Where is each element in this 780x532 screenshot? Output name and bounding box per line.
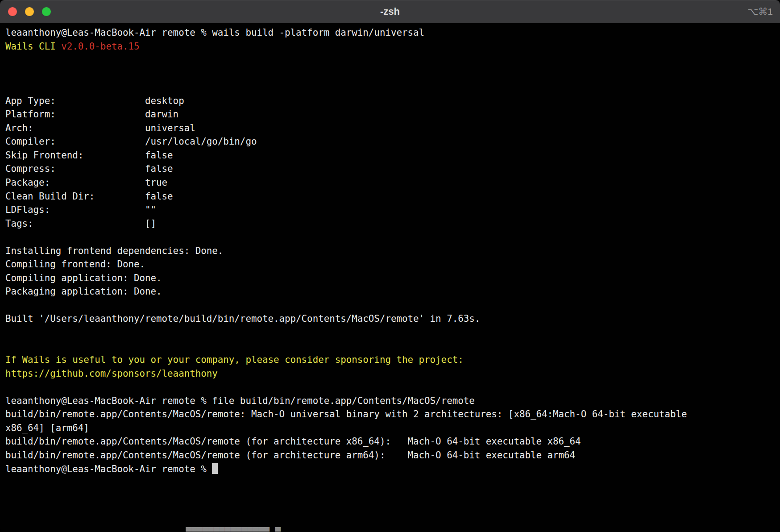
minimize-button[interactable] xyxy=(25,7,34,16)
terminal-line xyxy=(5,80,775,94)
window-shortcut-hint: ⌥⌘1 xyxy=(747,0,773,23)
terminal-line: Packaging application: Done. xyxy=(5,285,775,299)
terminal-line: Skip Frontend: false xyxy=(5,149,775,162)
terminal-line: Compress: false xyxy=(5,162,775,176)
terminal-line: leaanthony@Leas-MacBook-Air remote % xyxy=(5,462,775,476)
terminal-line xyxy=(5,340,775,353)
terminal-line: Compiling frontend: Done. xyxy=(5,258,775,271)
title-bar[interactable]: -zsh ⌥⌘1 xyxy=(0,0,780,24)
terminal-line: LDFlags: "" xyxy=(5,203,775,217)
terminal-text-segment: https://github.com/sponsors/leaanthony xyxy=(5,368,218,379)
terminal-line xyxy=(5,230,775,244)
terminal-text-segment: leaanthony@Leas-MacBook-Air remote % fil… xyxy=(5,395,475,406)
clipped-line-artifact: ▀▀▀▀▀▀▀▀▀▀▀▀▀▀▀ ▀ xyxy=(186,527,780,532)
terminal-text-segment: Arch: universal xyxy=(5,123,195,133)
terminal-line xyxy=(5,326,775,340)
terminal-line: build/bin/remote.app/Contents/MacOS/remo… xyxy=(5,435,775,449)
terminal-text-segment: Tags: [] xyxy=(5,218,156,229)
terminal-line: build/bin/remote.app/Contents/MacOS/remo… xyxy=(5,407,775,421)
terminal-line: Built '/Users/leaanthony/remote/build/bi… xyxy=(5,312,775,326)
terminal-text-segment: Compiler: /usr/local/go/bin/go xyxy=(5,136,257,147)
terminal-line: Tags: [] xyxy=(5,217,775,231)
zoom-button[interactable] xyxy=(42,7,51,16)
terminal-line xyxy=(5,380,775,394)
terminal-text-segment: leaanthony@Leas-MacBook-Air remote % wai… xyxy=(5,27,424,38)
terminal-text-segment: Compiling frontend: Done. xyxy=(5,259,145,270)
terminal-window: -zsh ⌥⌘1 leaanthony@Leas-MacBook-Air rem… xyxy=(0,0,780,532)
terminal-line xyxy=(5,299,775,312)
close-button[interactable] xyxy=(8,7,17,16)
terminal-text-segment: leaanthony@Leas-MacBook-Air remote % xyxy=(5,464,212,474)
terminal-line: Compiler: /usr/local/go/bin/go xyxy=(5,135,775,149)
terminal-text-segment: If Wails is useful to you or your compan… xyxy=(5,354,464,365)
terminal-text-segment: Package: true xyxy=(5,177,167,188)
terminal-line: Package: true xyxy=(5,176,775,190)
terminal-line: https://github.com/sponsors/leaanthony xyxy=(5,367,775,381)
terminal-text-segment: Compiling application: Done. xyxy=(5,273,162,283)
terminal-line: Arch: universal xyxy=(5,121,775,135)
terminal-line: App Type: desktop xyxy=(5,94,775,108)
terminal-text-segment: Clean Build Dir: false xyxy=(5,191,173,202)
terminal-line xyxy=(5,67,775,81)
terminal-line: If Wails is useful to you or your compan… xyxy=(5,353,775,367)
terminal-text-segment: Platform: darwin xyxy=(5,109,178,120)
terminal-line: Clean Build Dir: false xyxy=(5,190,775,204)
terminal-text-segment: Wails CLI xyxy=(5,41,61,52)
terminal-line: x86_64] [arm64] xyxy=(5,421,775,435)
terminal-text-segment: Packaging application: Done. xyxy=(5,286,162,297)
terminal-line: Platform: darwin xyxy=(5,108,775,121)
terminal-line: build/bin/remote.app/Contents/MacOS/remo… xyxy=(5,449,775,462)
terminal-text-segment: App Type: desktop xyxy=(5,96,184,106)
traffic-lights xyxy=(0,7,51,16)
terminal-text-segment: build/bin/remote.app/Contents/MacOS/remo… xyxy=(5,450,575,461)
window-title: -zsh xyxy=(0,0,780,23)
terminal-text-segment: Compress: false xyxy=(5,163,173,174)
terminal-line: leaanthony@Leas-MacBook-Air remote % wai… xyxy=(5,26,775,40)
terminal-line: Installing frontend dependencies: Done. xyxy=(5,244,775,258)
terminal-line: leaanthony@Leas-MacBook-Air remote % fil… xyxy=(5,394,775,408)
terminal-text-segment: Skip Frontend: false xyxy=(5,150,173,161)
terminal-text-segment: Installing frontend dependencies: Done. xyxy=(5,245,223,256)
cursor xyxy=(212,463,218,474)
terminal-text-segment: build/bin/remote.app/Contents/MacOS/remo… xyxy=(5,409,687,420)
terminal-text-segment: v2.0.0-beta.15 xyxy=(61,41,139,52)
terminal-text-segment: LDFlags: "" xyxy=(5,204,156,215)
terminal-text-segment: x86_64] [arm64] xyxy=(5,423,89,433)
terminal-text-segment: Built '/Users/leaanthony/remote/build/bi… xyxy=(5,313,480,324)
terminal-line: Wails CLI v2.0.0-beta.15 xyxy=(5,40,775,54)
terminal-line xyxy=(5,53,775,67)
terminal-text-segment: build/bin/remote.app/Contents/MacOS/remo… xyxy=(5,436,581,447)
terminal-line: Compiling application: Done. xyxy=(5,271,775,285)
terminal-body[interactable]: leaanthony@Leas-MacBook-Air remote % wai… xyxy=(0,24,780,527)
